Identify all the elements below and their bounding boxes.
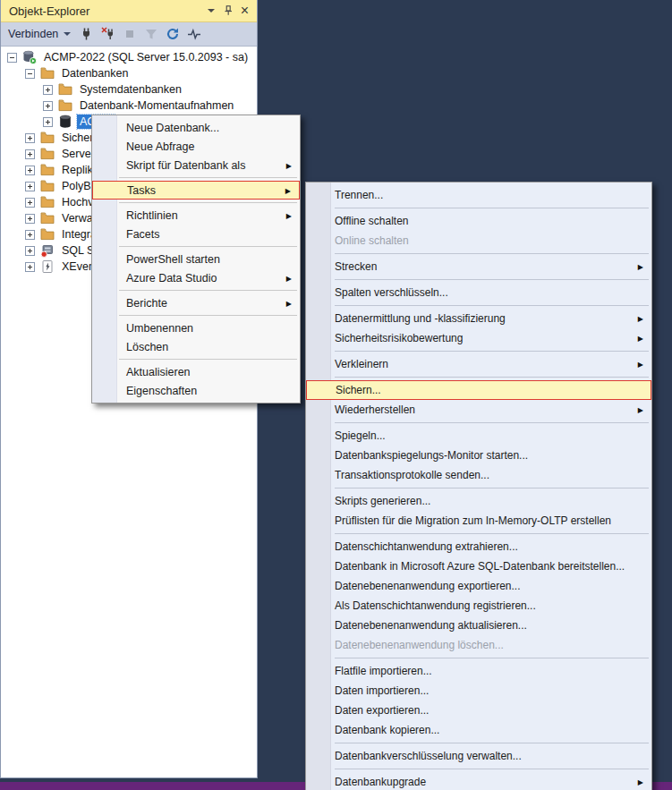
menu-separator xyxy=(335,351,649,352)
expand-icon[interactable] xyxy=(25,246,35,256)
filter-icon[interactable] xyxy=(140,24,162,44)
submenu-item-flatfile-importieren[interactable]: Flatfile importieren... xyxy=(306,661,651,681)
menu-separator xyxy=(335,279,649,280)
expand-icon[interactable] xyxy=(25,166,35,175)
refresh-icon[interactable] xyxy=(162,24,183,44)
menu-item-aktualisieren[interactable]: Aktualisieren xyxy=(92,362,300,381)
panel-title: Objekt-Explorer xyxy=(9,4,202,18)
menu-separator xyxy=(119,177,297,178)
menu-item-label: Facets xyxy=(126,228,160,241)
tree-item[interactable]: Datenbank-Momentaufnahmen xyxy=(2,98,256,114)
menu-item-label: Skript für Datenbank als xyxy=(126,159,245,172)
menu-item-label: Löschen xyxy=(126,341,168,353)
connect-icon[interactable] xyxy=(76,24,98,44)
window-position-icon[interactable] xyxy=(202,3,219,20)
stop-icon[interactable] xyxy=(119,24,140,44)
menu-item-eigenschaften[interactable]: Eigenschaften xyxy=(92,381,300,400)
tree-item[interactable]: Datenbanken xyxy=(2,65,256,81)
menu-item-neue-datenbank[interactable]: Neue Datenbank... xyxy=(92,118,300,137)
expand-icon[interactable] xyxy=(25,198,35,208)
expand-icon[interactable] xyxy=(43,117,53,127)
menu-separator xyxy=(335,533,649,534)
menu-item-umbenennen[interactable]: Umbenennen xyxy=(92,319,300,337)
tree-item[interactable]: Systemdatenbanken xyxy=(2,81,256,98)
tasks-submenu: Trennen...Offline schaltenOnline schalte… xyxy=(305,182,652,790)
submenu-arrow-icon: ▶ xyxy=(638,315,643,323)
menu-item-label: Azure Data Studio xyxy=(126,272,217,285)
menu-item-label: Verkleinern xyxy=(335,358,388,370)
toolbar-icon-group xyxy=(76,24,205,44)
menu-item-neue-abfrage[interactable]: Neue Abfrage xyxy=(92,137,300,156)
submenu-item-datenschicht-extrahieren[interactable]: Datenschichtanwendung extrahieren... xyxy=(306,537,651,556)
submenu-item-datenebene-loeschen[interactable]: Datenebenenanwendung löschen... xyxy=(306,635,651,655)
submenu-item-azure-bereitstellen[interactable]: Datenbank in Microsoft Azure SQL-Datenba… xyxy=(306,556,651,576)
menu-item-label: Datenbank kopieren... xyxy=(335,724,439,736)
connect-button[interactable]: Verbinden xyxy=(4,25,76,43)
submenu-arrow-icon: ▶ xyxy=(638,361,643,369)
collapse-icon[interactable] xyxy=(25,69,35,79)
menu-item-powershell-starten[interactable]: PowerShell starten xyxy=(92,250,300,268)
menu-item-tasks[interactable]: Tasks▶ xyxy=(92,181,300,200)
folder-icon xyxy=(58,82,72,97)
submenu-item-spalten-verschluesseln[interactable]: Spalten verschlüsseln... xyxy=(306,283,651,302)
collapse-icon[interactable] xyxy=(7,53,17,63)
submenu-item-datenschicht-registrieren[interactable]: Als Datenschichtanwendung registrieren..… xyxy=(306,596,651,616)
submenu-item-transaktionsprotokolle[interactable]: Transaktionsprotokolle senden... xyxy=(306,465,651,485)
submenu-item-datenermittlung[interactable]: Datenermittlung und -klassifizierung▶ xyxy=(306,309,651,328)
submenu-item-sichern[interactable]: Sichern... xyxy=(306,380,651,400)
menu-item-label: Als Datenschichtanwendung registrieren..… xyxy=(335,599,536,612)
submenu-item-verschluesselung-verwalten[interactable]: Datenbankverschlüsselung verwalten... xyxy=(306,746,651,766)
object-explorer-toolbar: Verbinden xyxy=(1,22,257,47)
submenu-item-datenbankupgrade[interactable]: Datenbankupgrade▶ xyxy=(306,772,651,790)
submenu-item-strecken[interactable]: Strecken▶ xyxy=(306,257,651,276)
submenu-item-skripts-generieren[interactable]: Skripts generieren... xyxy=(306,491,651,511)
menu-item-facets[interactable]: Facets xyxy=(92,225,300,243)
submenu-item-daten-importieren[interactable]: Daten importieren... xyxy=(306,681,651,701)
disconnect-icon[interactable] xyxy=(98,24,119,44)
menu-item-berichte[interactable]: Berichte▶ xyxy=(92,293,300,312)
submenu-item-spiegeln[interactable]: Spiegeln... xyxy=(306,426,651,446)
submenu-item-wiederherstellen[interactable]: Wiederherstellen▶ xyxy=(306,400,651,420)
submenu-arrow-icon: ▶ xyxy=(638,263,643,271)
submenu-arrow-icon: ▶ xyxy=(638,778,643,786)
menu-separator xyxy=(335,253,649,254)
submenu-arrow-icon: ▶ xyxy=(286,211,292,219)
submenu-item-offline-schalten[interactable]: Offline schalten xyxy=(306,211,651,231)
menu-separator xyxy=(335,488,649,488)
submenu-item-pruefisten-in-memory[interactable]: Prüflisten für die Migration zum In-Memo… xyxy=(306,511,651,531)
object-explorer-titlebar[interactable]: Objekt-Explorer × xyxy=(1,0,257,22)
menu-item-skript-fuer-datenbank-als[interactable]: Skript für Datenbank als▶ xyxy=(92,156,300,174)
submenu-item-spiegelungs-monitor[interactable]: Datenbankspiegelungs-Monitor starten... xyxy=(306,446,651,465)
menu-item-loeschen[interactable]: Löschen xyxy=(92,337,300,356)
close-icon[interactable]: × xyxy=(236,3,253,20)
expand-icon[interactable] xyxy=(43,101,53,111)
activity-monitor-icon[interactable] xyxy=(183,24,205,44)
menu-item-label: Daten exportieren... xyxy=(335,704,429,717)
menu-item-azure-data-studio[interactable]: Azure Data Studio▶ xyxy=(92,268,300,287)
expand-icon[interactable] xyxy=(25,230,35,240)
menu-item-richtlinien[interactable]: Richtlinien▶ xyxy=(92,206,300,225)
menu-item-label: Datenbankspiegelungs-Monitor starten... xyxy=(335,449,528,462)
menu-item-label: Tasks xyxy=(127,184,156,197)
submenu-item-sicherheitsrisikobewertung[interactable]: Sicherheitsrisikobewertung▶ xyxy=(306,328,651,348)
menu-item-label: Datenermittlung und -klassifizierung xyxy=(335,312,506,325)
submenu-item-datenebene-aktualisieren[interactable]: Datenebenenanwendung aktualisieren... xyxy=(306,616,651,635)
expand-icon[interactable] xyxy=(43,85,53,95)
submenu-item-trennen[interactable]: Trennen... xyxy=(306,185,651,205)
tree-item[interactable]: ACMP-2022 (SQL Server 15.0.2093 - sa) xyxy=(2,49,256,65)
expand-icon[interactable] xyxy=(25,149,35,159)
expand-icon[interactable] xyxy=(25,133,35,143)
expand-icon[interactable] xyxy=(25,182,35,191)
database-icon xyxy=(58,115,72,129)
menu-item-label: Prüflisten für die Migration zum In-Memo… xyxy=(335,514,611,527)
submenu-item-datenebene-exportieren[interactable]: Datenebenenanwendung exportieren... xyxy=(306,576,651,596)
expand-icon[interactable] xyxy=(25,214,35,224)
expand-icon[interactable] xyxy=(25,262,35,272)
submenu-item-online-schalten[interactable]: Online schalten xyxy=(306,231,651,251)
submenu-item-verkleinern[interactable]: Verkleinern▶ xyxy=(306,354,651,374)
submenu-item-datenbank-kopieren[interactable]: Datenbank kopieren... xyxy=(306,720,651,740)
pin-icon[interactable] xyxy=(219,3,236,20)
menu-item-label: Berichte xyxy=(126,297,167,310)
submenu-item-daten-exportieren[interactable]: Daten exportieren... xyxy=(306,701,651,720)
folder-icon xyxy=(40,163,55,177)
